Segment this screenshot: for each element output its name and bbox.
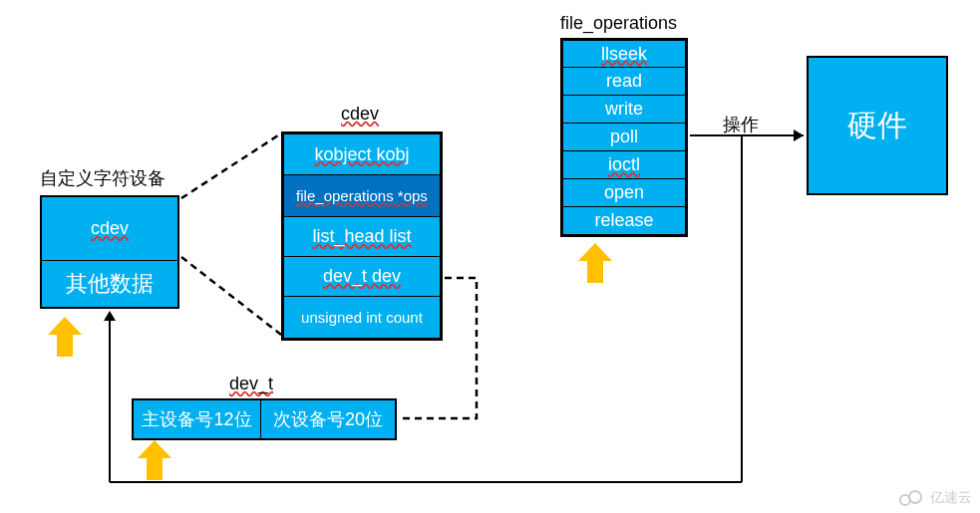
custom-device-title: 自定义字符设备 bbox=[40, 166, 165, 190]
arrow-icon bbox=[138, 440, 171, 480]
fops-release: release bbox=[562, 207, 686, 235]
cdev-struct-box: kobject kobj file_operations *ops list_h… bbox=[281, 131, 443, 341]
cdev-row-devt: dev_t dev bbox=[283, 257, 441, 297]
fops-write: write bbox=[562, 96, 686, 124]
svg-line-0 bbox=[181, 133, 281, 198]
custom-device-box: cdev 其他数据 bbox=[40, 195, 179, 309]
watermark-text: 亿速云 bbox=[930, 489, 972, 507]
op-label: 操作 bbox=[723, 113, 759, 136]
arrow-icon bbox=[578, 243, 612, 283]
cdev-row-fops: file_operations *ops bbox=[283, 175, 441, 217]
fops-box: llseek read write poll ioctl open releas… bbox=[560, 38, 688, 237]
svg-marker-3 bbox=[794, 129, 804, 141]
devt-major: 主设备号12位 bbox=[134, 400, 261, 438]
custom-device-row-other: 其他数据 bbox=[42, 261, 177, 307]
svg-marker-7 bbox=[104, 311, 116, 321]
fops-open: open bbox=[562, 179, 686, 207]
svg-point-9 bbox=[909, 491, 921, 503]
cdev-title: cdev bbox=[341, 104, 379, 125]
cdev-row-count: unsigned int count bbox=[283, 297, 441, 339]
cdev-row-list: list_head list bbox=[283, 217, 441, 257]
devt-box: 主设备号12位 次设备号20位 bbox=[132, 398, 397, 440]
fops-ioctl: ioctl bbox=[562, 151, 686, 179]
fops-llseek: llseek bbox=[562, 40, 686, 68]
svg-line-1 bbox=[181, 257, 281, 335]
custom-device-row-cdev: cdev bbox=[42, 197, 177, 261]
hardware-box: 硬件 bbox=[807, 56, 948, 195]
fops-read: read bbox=[562, 68, 686, 96]
fops-poll: poll bbox=[562, 124, 686, 151]
arrow-icon bbox=[48, 317, 82, 357]
devt-title: dev_t bbox=[229, 374, 273, 394]
devt-minor: 次设备号20位 bbox=[261, 400, 395, 438]
watermark: 亿速云 bbox=[898, 489, 972, 507]
cdev-row-kobj: kobject kobj bbox=[283, 133, 441, 175]
fops-title: file_operations bbox=[560, 13, 677, 34]
